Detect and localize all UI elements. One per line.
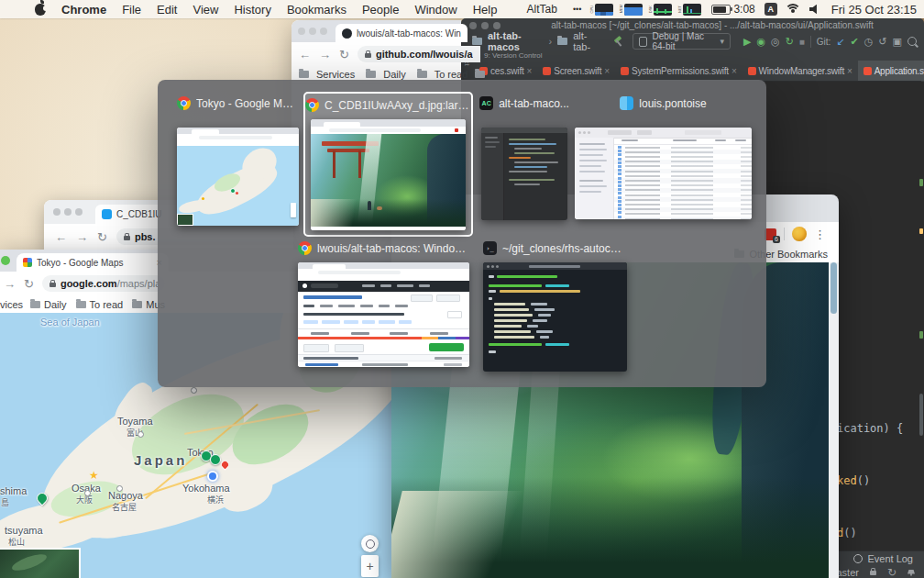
menu-view[interactable]: View — [192, 3, 218, 17]
editor-scrollbar[interactable] — [918, 91, 923, 540]
map-inset-thumbnail[interactable] — [0, 548, 81, 578]
alttab-thumbnail-terminal[interactable] — [483, 262, 627, 372]
window-zoom-button[interactable] — [320, 28, 327, 35]
apple-menu-icon[interactable] — [35, 4, 46, 16]
menu-status-alttab[interactable]: AltTab — [527, 3, 557, 16]
memory-monitor-widget[interactable]: MEM — [620, 4, 643, 16]
close-icon[interactable]: × — [732, 66, 737, 76]
window-close-button[interactable] — [298, 28, 305, 35]
menu-clock[interactable]: Fri 25 Oct 23:15 — [831, 3, 917, 17]
alttab-title-selected: C_CDB1IUwAAxy_d.jpg:larg... — [305, 97, 471, 113]
git-update-button[interactable]: ↙ — [836, 36, 844, 48]
lock-icon[interactable] — [870, 571, 876, 575]
volume-icon[interactable] — [809, 5, 820, 15]
alttab-thumbnail-github[interactable] — [298, 262, 469, 367]
terminal-run-button[interactable]: ▣ — [893, 36, 902, 48]
browser-tab-github[interactable]: lwouis/alt-tab-macos: Wind — [336, 24, 468, 42]
menu-bookmarks[interactable]: Bookmarks — [287, 3, 346, 17]
appcode-icon: AC — [479, 96, 493, 110]
close-icon[interactable]: × — [847, 66, 852, 76]
bookmark-item[interactable]: Services — [316, 69, 355, 80]
build-hammer-icon[interactable] — [612, 36, 623, 47]
window-zoom-button[interactable] — [75, 208, 82, 216]
alttab-thumbnail-maps[interactable] — [177, 128, 299, 226]
menu-app-name[interactable]: Chrome — [61, 3, 106, 17]
chrome-menu-icon[interactable]: ⋮ — [814, 228, 826, 241]
menu-status-more-icon[interactable]: ••• — [573, 5, 581, 14]
bookmark-item[interactable]: To read — [90, 299, 124, 310]
folder-icon — [366, 71, 376, 78]
tab-windowmanager-swift[interactable]: WindowManager.swift× — [742, 61, 858, 81]
alttab-thumbnail-anime[interactable] — [311, 119, 466, 230]
profile-button[interactable]: ◎ — [771, 36, 780, 48]
network-monitor-widget[interactable]: NET — [678, 4, 701, 16]
profile-avatar[interactable] — [792, 227, 807, 241]
menu-file[interactable]: File — [122, 3, 141, 17]
menu-help[interactable]: Help — [473, 3, 498, 17]
notifications-icon[interactable] — [908, 570, 915, 576]
ide-close-button[interactable] — [469, 22, 477, 29]
window-minimize-button[interactable] — [309, 28, 316, 35]
alttab-thumbnail-ide[interactable] — [481, 128, 567, 220]
page-scrollbar[interactable] — [829, 262, 839, 578]
run-button[interactable]: ▶ — [743, 36, 751, 48]
ide-minimize-button[interactable] — [481, 22, 489, 29]
my-location-button[interactable] — [361, 535, 379, 552]
back-button[interactable]: ← — [55, 231, 67, 243]
bookmark-item[interactable]: Daily — [44, 299, 66, 310]
disk-monitor-widget[interactable]: DSK — [649, 4, 672, 16]
bookmark-item[interactable]: Daily — [383, 69, 405, 80]
menu-people[interactable]: People — [362, 3, 399, 17]
run-configuration-select[interactable]: Debug | Mac 64-bit ▾ — [632, 33, 731, 50]
debug-button[interactable]: ◉ — [756, 36, 765, 48]
back-button[interactable]: ← — [299, 49, 311, 61]
menu-edit[interactable]: Edit — [157, 3, 177, 17]
forward-button[interactable]: → — [4, 278, 16, 290]
search-icon[interactable] — [908, 37, 917, 46]
event-log-button[interactable]: Event Log — [853, 553, 913, 564]
stop-button[interactable]: ■ — [799, 37, 805, 47]
tab-systempermissions-swift[interactable]: SystemPermissions.swift× — [615, 61, 742, 81]
ide-zoom-button[interactable] — [493, 22, 500, 29]
reload-button[interactable]: ↻ — [97, 231, 107, 243]
project-folder-icon — [472, 38, 482, 45]
forward-button[interactable]: → — [76, 231, 88, 243]
address-bar[interactable]: google.com/maps/place — [42, 275, 165, 292]
saved-place-marker[interactable] — [210, 454, 221, 465]
history-button[interactable]: ◷ — [864, 36, 874, 48]
window-minimize-button[interactable] — [64, 208, 72, 216]
reload-button[interactable]: ↻ — [24, 278, 34, 290]
close-icon[interactable]: × — [604, 66, 610, 76]
battery-icon[interactable] — [711, 5, 731, 15]
browser-tab-maps[interactable]: Tokyo - Google Maps × — [16, 253, 169, 272]
city-dot — [191, 387, 197, 394]
zoom-in-button[interactable]: + — [361, 555, 379, 577]
reload-button[interactable]: ↻ — [339, 49, 349, 61]
address-bar[interactable]: github.com/lwouis/a — [358, 46, 480, 62]
sync-icon[interactable]: ↻ — [887, 566, 896, 578]
rollback-button[interactable]: ↺ — [878, 36, 886, 48]
tab-screen-swift[interactable]: Screen.swift× — [537, 61, 615, 81]
close-icon[interactable]: × — [527, 66, 533, 76]
alttab-thumbnail-finder[interactable] — [575, 128, 752, 219]
tab-application-swift[interactable]: Application.swift — [858, 61, 924, 81]
forward-button[interactable]: → — [319, 49, 331, 61]
coverage-button[interactable]: ↻ — [786, 36, 794, 48]
version-control-tab[interactable]: 9: Version Control — [484, 51, 543, 60]
cpu-monitor-widget[interactable]: CPU — [590, 4, 613, 16]
alttab-selected-cell[interactable]: C_CDB1IUwAAxy_d.jpg:larg... — [303, 92, 473, 237]
input-source-icon[interactable]: A — [764, 3, 777, 16]
menu-window[interactable]: Window — [414, 3, 456, 17]
ide-breadcrumb-project[interactable]: alt-tab-macos — [488, 30, 543, 52]
bookmark-item[interactable]: To read — [434, 69, 468, 80]
window-zoom-button[interactable] — [1, 256, 10, 265]
wifi-icon[interactable] — [786, 4, 800, 15]
bookmark-item[interactable]: vices — [0, 299, 23, 310]
menu-history[interactable]: History — [234, 3, 270, 17]
toolbar-divider — [810, 36, 811, 48]
git-commit-button[interactable]: ✔ — [851, 36, 859, 48]
window-close-button[interactable] — [53, 208, 60, 216]
map-label-nagoya-jp: 名古屋 — [112, 501, 137, 513]
ide-breadcrumb-dir[interactable]: alt-tab- — [573, 30, 600, 52]
starred-place-marker[interactable]: ★ — [89, 469, 99, 482]
